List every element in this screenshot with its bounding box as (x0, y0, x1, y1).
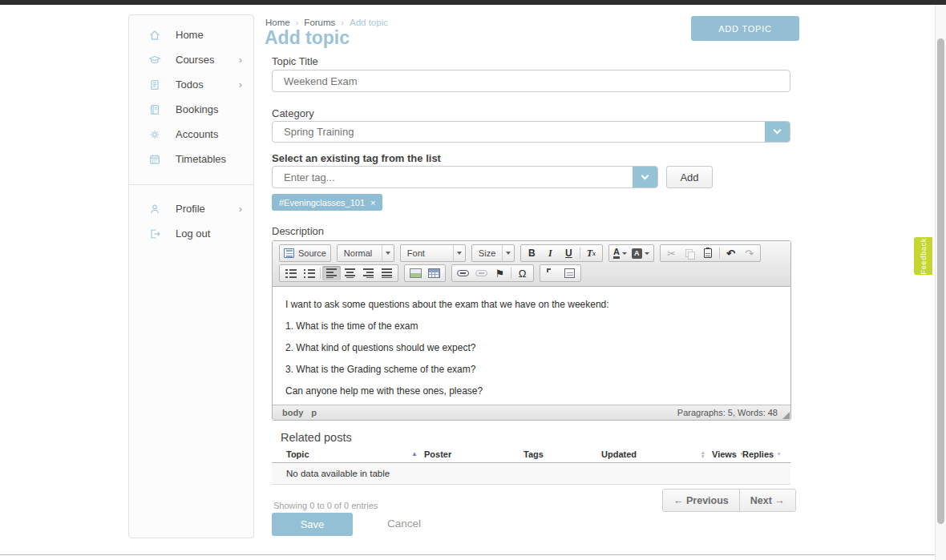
chevron-right-icon: › (239, 54, 242, 66)
breadcrumb-current: Add topic (350, 18, 388, 27)
chevron-down-icon (641, 171, 649, 179)
scrollbar-track[interactable] (935, 5, 946, 560)
background-color-button[interactable]: A (629, 246, 652, 260)
element-path-body[interactable]: body (282, 408, 303, 417)
show-blocks-button[interactable] (560, 266, 579, 280)
text-color-icon: A (613, 248, 620, 259)
numbered-list-icon (285, 269, 297, 278)
insert-image-button[interactable] (406, 266, 425, 280)
sidebar-item-timetables[interactable]: Timetables (129, 147, 253, 171)
tag-dropdown-button[interactable] (633, 167, 657, 187)
copy-button[interactable] (681, 246, 699, 260)
column-header-poster[interactable]: Poster (424, 449, 524, 459)
align-right-button[interactable] (359, 266, 378, 280)
font-combo[interactable]: Font (400, 244, 466, 262)
sidebar-item-accounts[interactable]: Accounts (129, 122, 253, 147)
chevron-down-icon (453, 245, 465, 261)
chevron-down-icon (774, 127, 782, 135)
align-center-button[interactable] (341, 266, 359, 280)
person-icon (148, 203, 161, 216)
column-header-updated[interactable]: Updated ▲▼ (601, 449, 712, 459)
tag-chip[interactable]: #Eveningclasses_101 × (272, 194, 382, 211)
bold-button[interactable]: B (523, 246, 541, 260)
add-topic-button[interactable]: ADD TOPIC (691, 16, 799, 41)
bullet-list-button[interactable] (300, 266, 318, 280)
save-button[interactable]: Save (272, 513, 353, 536)
category-value: Spring Training (273, 126, 765, 138)
cancel-button[interactable]: Cancel (387, 518, 421, 530)
tag-remove-icon[interactable]: × (370, 198, 375, 207)
tag-select (272, 166, 658, 188)
column-header-replies[interactable]: Replies ▼ (742, 449, 782, 459)
sidebar: Home Courses › Todos › Bookings Accounts… (128, 14, 254, 538)
maximize-button[interactable] (542, 266, 560, 280)
unlink-button[interactable] (472, 266, 491, 280)
related-posts-title: Related posts (281, 431, 352, 444)
align-left-icon (326, 268, 337, 278)
link-button[interactable] (454, 266, 472, 280)
category-select[interactable]: Spring Training (272, 121, 790, 143)
breadcrumb-home[interactable]: Home (265, 18, 290, 27)
sidebar-item-label: Bookings (176, 103, 242, 115)
category-dropdown-button[interactable] (765, 122, 790, 142)
sidebar-item-label: Log out (176, 228, 242, 240)
add-tag-button[interactable]: Add (666, 166, 713, 188)
editor-content[interactable]: I want to ask some questions about the e… (273, 287, 790, 405)
feedback-tab[interactable]: Feedback (914, 237, 932, 275)
remove-format-button[interactable]: Tx (582, 246, 600, 260)
sidebar-item-todos[interactable]: Todos › (129, 72, 253, 97)
sidebar-item-logout[interactable]: Log out (129, 221, 253, 246)
insert-table-button[interactable] (425, 266, 443, 280)
column-header-topic[interactable]: Topic ▲ (272, 449, 424, 459)
special-char-button[interactable]: Ω (513, 266, 532, 280)
italic-button[interactable]: I (541, 246, 560, 260)
previous-button[interactable]: ← Previous (663, 489, 739, 511)
chevron-down-icon (382, 245, 394, 261)
logout-icon (148, 228, 161, 240)
chevron-down-icon (622, 252, 627, 255)
justify-button[interactable] (378, 266, 396, 280)
sidebar-item-label: Accounts (176, 128, 242, 140)
size-combo[interactable]: Size (471, 244, 515, 262)
sort-icon: ▼ (776, 452, 781, 456)
anchor-button[interactable]: ⚑ (491, 266, 509, 280)
justify-icon (382, 268, 392, 278)
editor-paragraph: 2. What kind of questions should we expe… (285, 342, 778, 353)
tag-input[interactable] (273, 167, 633, 187)
description-editor: Source Normal Font Size B I (272, 240, 791, 421)
text-color-button[interactable]: A (611, 246, 629, 260)
sidebar-item-courses[interactable]: Courses › (129, 47, 253, 72)
paste-button[interactable] (699, 246, 718, 260)
chevron-right-icon: › (239, 203, 242, 215)
redo-button[interactable]: ↷ (740, 246, 758, 260)
sidebar-item-label: Home (176, 29, 242, 41)
page: Home Courses › Todos › Bookings Accounts… (0, 0, 946, 560)
breadcrumb-forums[interactable]: Forums (304, 18, 335, 27)
word-count: Paragraphs: 5, Words: 48 (677, 408, 778, 417)
editor-resize-handle[interactable] (782, 412, 790, 419)
paste-icon (704, 248, 712, 258)
page-bottom-border (0, 554, 935, 555)
sidebar-item-bookings[interactable]: Bookings (129, 97, 253, 122)
sidebar-item-label: Courses (176, 54, 239, 66)
column-header-tags[interactable]: Tags (524, 449, 601, 459)
sidebar-item-home[interactable]: Home (129, 22, 253, 47)
paragraph-format-combo[interactable]: Normal (337, 244, 394, 262)
maximize-icon (547, 268, 556, 278)
align-left-button[interactable] (322, 266, 341, 280)
chevron-right-icon: › (239, 79, 242, 91)
element-path-p[interactable]: p (311, 408, 317, 417)
scrollbar-thumb[interactable] (937, 38, 944, 524)
next-button[interactable]: Next → (739, 489, 795, 511)
related-posts-table: Topic ▲ Poster Tags Updated ▲▼ Views ▼ R… (272, 445, 790, 485)
chevron-down-icon (502, 245, 514, 261)
column-header-views[interactable]: Views ▼ (712, 449, 742, 459)
topic-title-input[interactable] (272, 70, 790, 92)
sidebar-item-profile[interactable]: Profile › (129, 196, 253, 221)
numbered-list-button[interactable] (281, 266, 300, 280)
underline-button[interactable]: U (560, 246, 578, 260)
source-button[interactable]: Source (281, 246, 329, 260)
cut-button[interactable]: ✂ (662, 246, 681, 260)
undo-button[interactable]: ↶ (722, 246, 740, 260)
align-right-icon (363, 268, 374, 278)
